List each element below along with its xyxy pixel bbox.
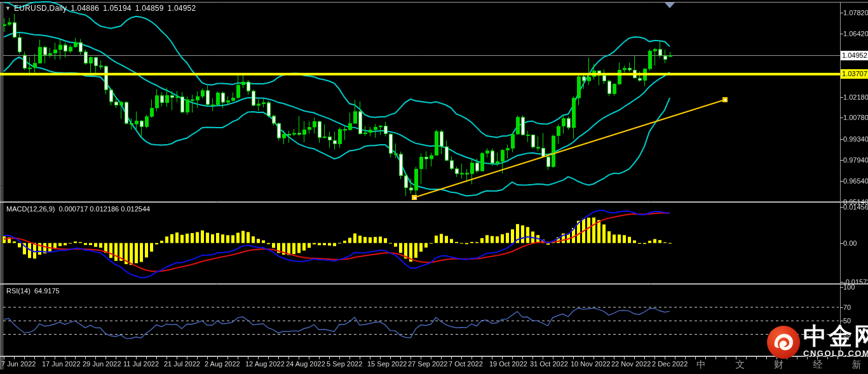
date-axis-label: 27 Sep 2022 [408, 360, 447, 368]
rsi-axis-label: 100 [843, 283, 855, 291]
cngold-logo-cn-text: 中金网 [803, 325, 868, 348]
symbol-dropdown-icon[interactable]: ▼ [5, 5, 11, 11]
date-axis-label: 29 Jun 2022 [83, 360, 121, 368]
date-axis-label: 5 Sep 2022 [327, 360, 362, 368]
macd-label: MACD(12,26,9) [6, 205, 55, 213]
rsi-value: 64.9175 [34, 287, 60, 295]
rsi-axis-label: 70 [843, 303, 851, 312]
macd-values: 0.000717 0.012186 0.012544 [58, 205, 150, 213]
date-axis-label: 2 Aug 2022 [205, 360, 240, 368]
date-axis-label: 22 Nov 2022 [611, 360, 651, 368]
current-price-tag: 1.04952 [841, 51, 868, 60]
ohlc-open: 1.04886 [71, 4, 99, 13]
date-axis-label: 15 Sep 2022 [367, 360, 407, 368]
date-axis-label: 7 Jun 2022 [1, 360, 36, 368]
price-axis-label: 1.00780 [843, 113, 868, 122]
date-axis-label: 24 Aug 2022 [286, 360, 325, 368]
symbol-label: EURUSD,Daily [14, 4, 67, 13]
date-axis-label: 12 Aug 2022 [245, 360, 285, 368]
price-axis-label: 0.99340 [843, 135, 868, 144]
chart-canvas[interactable] [0, 0, 868, 374]
cngold-logo: 中金网 CNGOLD.COM.CN [766, 325, 868, 359]
hline-price-tag: 1.03707 [841, 69, 868, 79]
scroll-position-marker[interactable] [665, 3, 675, 8]
date-axis-label: 11 Jul 2022 [123, 360, 159, 368]
date-axis-label: 31 Oct 2022 [530, 360, 568, 368]
price-axis-label: 1.02180 [843, 93, 868, 102]
date-axis-label: 19 Oct 2022 [489, 360, 527, 368]
macd-axis-label: 0.014569 [843, 203, 868, 211]
chart-title: ▼EURUSD,Daily1.048861.051941.048591.0495… [5, 4, 200, 13]
price-axis-label: 0.96540 [843, 177, 868, 185]
rsi-header: RSI(14)64.9175 [6, 287, 64, 295]
ohlc-close: 1.04952 [168, 4, 196, 13]
cngold-logo-domain: CNGOLD.COM.CN [803, 349, 868, 358]
cngold-logo-icon [766, 325, 801, 359]
date-axis-label: 17 Jun 2022 [42, 360, 81, 368]
price-axis-label: 1.06420 [843, 29, 868, 38]
trading-chart-window: ▼EURUSD,Daily1.048861.051941.048591.0495… [0, 0, 868, 374]
macd-axis-label: 0.00 [843, 239, 857, 248]
watermark-text: 中 文 财 经 新 媒 体 [696, 359, 868, 371]
date-axis-label: 2 Dec 2022 [652, 360, 688, 368]
macd-header: MACD(12,26,9)0.000717 0.012186 0.012544 [6, 205, 154, 213]
date-axis-label: 10 Nov 2022 [571, 360, 610, 368]
ohlc-high: 1.05194 [103, 4, 132, 13]
date-axis-label: 21 Jul 2022 [164, 360, 200, 368]
price-axis-label: 0.97940 [843, 156, 868, 164]
rsi-label: RSI(14) [6, 287, 31, 295]
price-axis-label: 1.07820 [843, 8, 868, 17]
date-axis-label: 7 Oct 2022 [449, 360, 483, 368]
ohlc-low: 1.04859 [135, 4, 164, 13]
